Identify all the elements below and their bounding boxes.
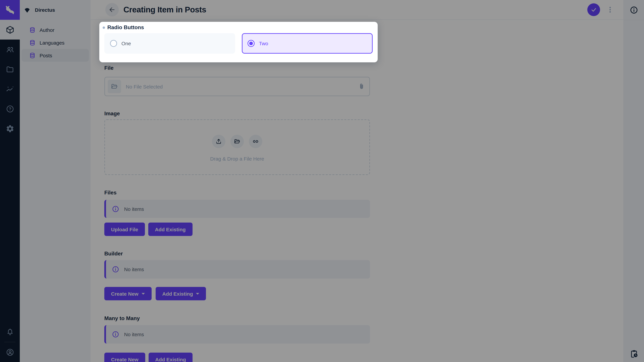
radio-field-label: Radio Buttons [107,24,144,30]
edited-dot-icon [103,26,105,29]
radio-option-one[interactable]: One [104,33,235,54]
radio-options: One Two [104,33,373,54]
radio-option-label: Two [259,40,268,46]
directus-app: ? [0,0,644,362]
radio-option-label: One [122,40,131,46]
radio-field-header: Radio Buttons [103,24,144,30]
radio-buttons-field-card: Radio Buttons One Two [99,22,378,62]
radio-option-two[interactable]: Two [242,33,373,54]
radio-checked-icon [248,40,254,47]
radio-unchecked-icon [110,40,117,47]
